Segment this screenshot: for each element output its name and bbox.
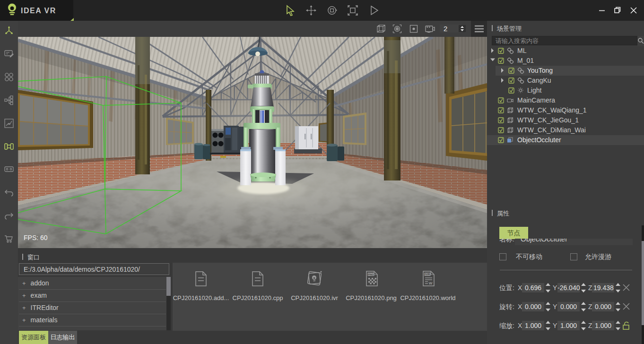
svg-text:0.000: 0.000 [560,303,577,310]
svg-text:WTW_CK_DiMian_Wai: WTW_CK_DiMian_Wai [517,126,586,134]
svg-text:WTW_CK_WaiQiang_1: WTW_CK_WaiQiang_1 [517,106,587,114]
svg-text:ObjectOccluter: ObjectOccluter [517,136,561,144]
svg-text:Z: Z [588,322,592,329]
svg-text:1.000: 1.000 [525,322,541,329]
svg-text:Z: Z [588,284,592,292]
svg-text:PNG: PNG [368,273,374,276]
svg-text:-26.040: -26.040 [557,284,580,292]
svg-text:M_01: M_01 [517,57,534,64]
svg-text:Y: Y [553,284,557,292]
svg-text:X: X [518,303,522,310]
svg-text:0.696: 0.696 [525,284,541,292]
svg-text:MainCamera: MainCamera [517,96,555,104]
svg-text:CangKu: CangKu [527,77,551,84]
svg-text:19.438: 19.438 [593,284,614,292]
svg-text:WTW_CK_JieGou_1: WTW_CK_JieGou_1 [517,116,579,124]
svg-text:IVR: IVR [425,273,430,276]
svg-text:位置:: 位置: [499,284,514,292]
svg-text:0.000: 0.000 [525,303,541,310]
svg-text:YouTong: YouTong [527,67,553,74]
svg-text:ML: ML [517,47,527,54]
svg-text:W: W [429,281,433,285]
svg-text:Light: Light [527,86,541,94]
svg-text:X: X [518,284,522,292]
svg-text:旋转:: 旋转: [499,303,514,310]
svg-text:X: X [518,322,522,329]
svg-text:Y: Y [553,303,557,310]
svg-text:0.000: 0.000 [595,303,611,310]
svg-text:Z: Z [588,303,592,310]
svg-text:Y: Y [553,322,557,329]
svg-text:缩放:: 缩放: [499,322,514,329]
svg-text:1.000: 1.000 [595,322,611,329]
svg-text:1.000: 1.000 [560,322,577,329]
